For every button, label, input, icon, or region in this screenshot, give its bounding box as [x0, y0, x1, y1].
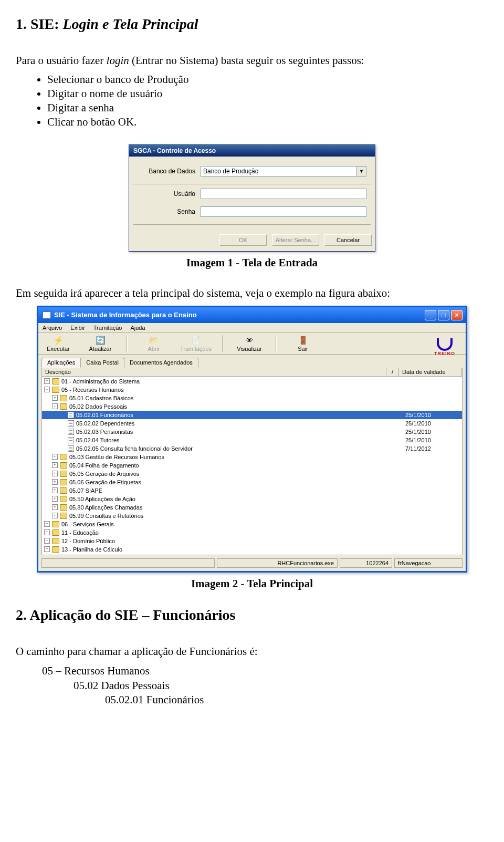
tree-row-label: 05.04 Folha de Pagamento: [69, 462, 402, 469]
collapse-icon[interactable]: -: [52, 403, 58, 409]
tree-row-label: 11 - Educação: [61, 529, 402, 536]
intro-a: Para o usuário fazer: [16, 54, 107, 67]
tab-documentos-agendados[interactable]: Documentos Agendados: [124, 358, 198, 368]
path-level-3: 05.02.01 Funcionários: [16, 693, 488, 707]
tree-row[interactable]: 05.02.04 Tutores25/1/2010: [42, 436, 462, 444]
folder-icon: [60, 403, 67, 410]
logo-icon: [437, 338, 453, 351]
tab-aplicacoes[interactable]: Aplicações: [41, 358, 81, 368]
tree-row[interactable]: +05.07 SIAPE: [42, 486, 462, 495]
app-icon: [43, 311, 51, 319]
toolbar-sair[interactable]: 🚪 Sair: [287, 335, 319, 352]
col-descricao[interactable]: Descrição: [42, 368, 386, 376]
document-icon: [68, 437, 74, 443]
tree-row[interactable]: +11 - Educação: [42, 528, 462, 537]
tree-row-label: 05.02.03 Pensionistas: [76, 429, 402, 435]
folder-icon: [60, 462, 67, 469]
tree-row[interactable]: +05.06 Geração de Etiquetas: [42, 478, 462, 486]
expand-icon[interactable]: +: [52, 504, 58, 510]
tree-row[interactable]: +05.05 Geração de Arquivos: [42, 470, 462, 478]
ok-button[interactable]: OK: [219, 234, 267, 246]
toolbar-atualizar[interactable]: 🔄 Atualizar: [85, 335, 116, 352]
paragraph-2: Em seguida irá aparecer a tela principal…: [16, 286, 488, 300]
tree-body: +01 - Administração do Sistema-05 - Recu…: [42, 377, 462, 555]
tree-row[interactable]: +06 - Serviços Gerais: [42, 520, 462, 528]
toolbar-label: Atualizar: [89, 346, 112, 352]
tree-row-label: 05.99 Consultas e Relatórios: [69, 513, 402, 519]
expand-icon[interactable]: +: [44, 538, 50, 544]
input-senha[interactable]: [201, 206, 366, 217]
chevron-down-icon[interactable]: ▼: [357, 166, 366, 176]
minimize-button[interactable]: _: [425, 310, 436, 320]
collapse-icon[interactable]: -: [44, 387, 50, 392]
status-exe: RHCFuncionarios.exe: [217, 558, 338, 568]
expand-icon[interactable]: +: [52, 513, 58, 518]
eye-icon: 👁: [244, 335, 255, 346]
tree-row[interactable]: 05.02.03 Pensionistas25/1/2010: [42, 428, 462, 436]
maximize-button[interactable]: □: [438, 310, 449, 320]
tab-bar: Aplicações Caixa Postal Documentos Agend…: [38, 355, 466, 368]
caption-1: Imagem 1 - Tela de Entrada: [16, 256, 488, 270]
logo-text: TREINO: [434, 351, 455, 356]
menu-tramitacao[interactable]: Tramitação: [93, 325, 122, 331]
tree-row[interactable]: 05.02.05 Consulta ficha funcional do Ser…: [42, 444, 462, 453]
tree-row[interactable]: 05.02.02 Dependentes25/1/2010: [42, 419, 462, 428]
tree-row-label: 05.02.02 Dependentes: [76, 420, 402, 427]
status-num: 1022264: [340, 558, 392, 568]
tab-caixa-postal[interactable]: Caixa Postal: [80, 358, 124, 368]
expand-icon[interactable]: +: [44, 546, 50, 552]
expand-icon[interactable]: +: [52, 496, 58, 502]
expand-icon[interactable]: +: [52, 462, 58, 468]
menu-exibir[interactable]: Exibir: [70, 325, 85, 331]
tree-row-label: 05.01 Cadastros Básicos: [69, 395, 402, 401]
col-data-validade[interactable]: Data de validade: [399, 368, 462, 376]
tree-row[interactable]: -05 - Recursos Humanos: [42, 386, 462, 394]
tree-row-label: 06 - Serviços Gerais: [61, 521, 402, 527]
status-bar: RHCFuncionarios.exe 1022264 frNavegacao: [41, 558, 463, 568]
tree-row[interactable]: +12 - Domínio Público: [42, 537, 462, 545]
login-dialog: SGCA - Controle de Acesso Banco de Dados…: [129, 144, 375, 252]
tree-row[interactable]: +05.04 Folha de Pagamento: [42, 461, 462, 470]
toolbar-visualizar[interactable]: 👁 Visualizar: [234, 335, 265, 352]
tree-row[interactable]: +01 - Administração do Sistema: [42, 377, 462, 386]
expand-icon[interactable]: +: [44, 521, 50, 527]
toolbar-label: Abrir: [148, 346, 160, 352]
tree-row[interactable]: +05.01 Cadastros Básicos: [42, 394, 462, 402]
menu-arquivo[interactable]: Arquivo: [43, 325, 62, 331]
expand-icon[interactable]: +: [52, 471, 58, 476]
expand-icon[interactable]: +: [52, 479, 58, 485]
cancelar-button[interactable]: Cancelar: [324, 234, 372, 246]
tree-row[interactable]: +05.99 Consultas e Relatórios: [42, 512, 462, 520]
tree-list: Descrição / Data de validade +01 - Admin…: [41, 368, 463, 555]
input-usuario[interactable]: [201, 189, 366, 199]
tree-row[interactable]: +05.03 Gestão de Recursos Humanos: [42, 453, 462, 461]
document-icon: [68, 412, 74, 418]
tree-row-date: 25/1/2010: [402, 429, 460, 435]
alterar-senha-button[interactable]: Alterar Senha...: [272, 234, 319, 246]
folder-icon: [60, 479, 67, 485]
close-button[interactable]: ×: [451, 310, 463, 320]
heading-2: 2. Aplicação do SIE – Funcionários: [16, 607, 488, 623]
toolbar-executar[interactable]: ⚡ Executar: [43, 335, 74, 352]
tree-row-date: 25/1/2010: [402, 437, 460, 443]
tree-row[interactable]: 05.02.01 Funcionários25/1/2010: [42, 411, 462, 419]
expand-icon[interactable]: +: [52, 395, 58, 401]
expand-icon[interactable]: +: [52, 487, 58, 493]
open-icon: 📂: [148, 335, 160, 346]
expand-icon[interactable]: +: [44, 529, 50, 535]
expand-icon[interactable]: +: [52, 454, 58, 460]
menu-ajuda[interactable]: Ajuda: [130, 325, 145, 331]
col-sort[interactable]: /: [386, 368, 399, 376]
expand-icon[interactable]: +: [44, 378, 50, 384]
toolbar-abrir: 📂 Abrir: [138, 335, 170, 352]
combo-banco-dados[interactable]: [201, 166, 357, 176]
sie-window: SIE - Sistema de Informações para o Ensi…: [37, 306, 467, 573]
tree-row[interactable]: -05.02 Dados Pessoais: [42, 402, 462, 411]
tree-row[interactable]: +05.80 Aplicações Chamadas: [42, 503, 462, 512]
tree-row-label: 05.06 Geração de Etiquetas: [69, 479, 402, 485]
label-senha: Senha: [138, 208, 201, 215]
tree-row[interactable]: +13 - Planilha de Cálculo: [42, 545, 462, 554]
tree-row[interactable]: +05.50 Aplicações de Ação: [42, 495, 462, 503]
tree-row-label: 05.02.05 Consulta ficha funcional do Ser…: [76, 445, 402, 452]
tree-row-label: 12 - Domínio Público: [61, 538, 402, 544]
